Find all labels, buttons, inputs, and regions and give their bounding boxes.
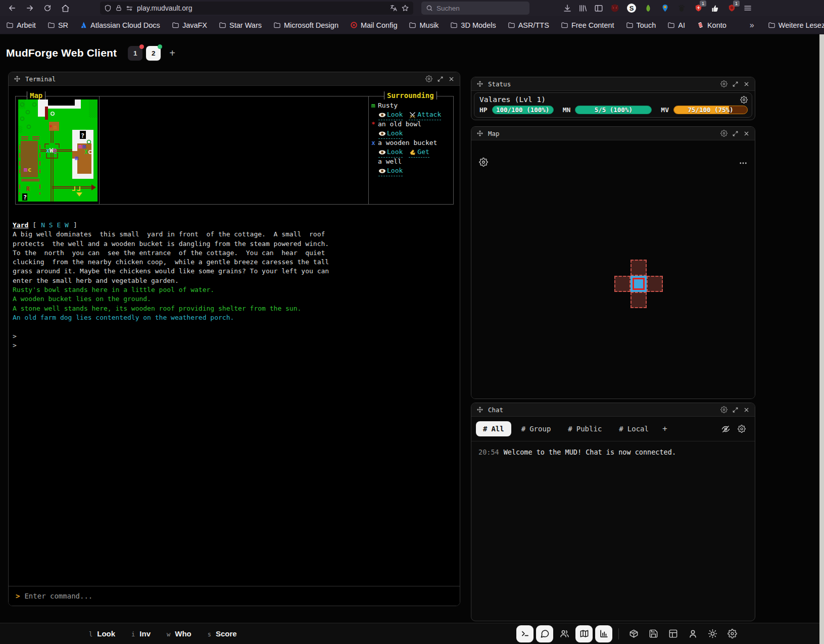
expand-icon[interactable] [732, 81, 739, 87]
sidebar-icon[interactable] [594, 4, 603, 13]
expand-icon[interactable] [437, 76, 444, 82]
theme-sun-icon[interactable] [704, 625, 721, 642]
close-icon[interactable] [743, 81, 750, 87]
map-panel-header[interactable]: Map [471, 127, 755, 140]
look-link[interactable]: Look [378, 129, 403, 139]
forward-button[interactable] [23, 2, 37, 14]
url-text[interactable]: play.mudvault.org [137, 4, 386, 12]
bookmark-folder[interactable]: JavaFX [172, 21, 207, 29]
users-toggle-icon[interactable] [556, 625, 573, 642]
chart-toggle-icon[interactable] [595, 625, 612, 642]
room-west[interactable] [614, 276, 631, 292]
session-tab-1[interactable]: 1 [128, 46, 142, 61]
bookmark-folder[interactable]: ASR/TTS [508, 21, 549, 29]
gear-icon[interactable] [740, 96, 748, 104]
look-link[interactable]: Look [378, 166, 403, 176]
chat-tab-group[interactable]: #Group [514, 421, 558, 436]
extension-blocker2-icon[interactable]: 1 [726, 3, 737, 13]
bookmark-folder[interactable]: Free Content [561, 21, 614, 29]
gear-icon[interactable] [720, 406, 728, 413]
reload-button[interactable] [40, 2, 55, 14]
user-icon[interactable] [684, 625, 701, 642]
map-settings-gear-icon[interactable] [479, 158, 488, 167]
settings-gear-icon[interactable] [723, 625, 741, 642]
extension-blocker-icon[interactable]: 1 [693, 3, 703, 13]
permissions-icon[interactable] [126, 5, 133, 12]
inv-shortcut[interactable]: iInv [131, 629, 151, 638]
extension-foot-icon[interactable] [676, 3, 687, 13]
eye-off-icon[interactable] [721, 425, 730, 433]
drag-handle-icon[interactable] [476, 130, 483, 137]
command-input[interactable] [24, 592, 453, 600]
browser-scrollbar[interactable] [819, 34, 824, 644]
extension-hand-icon[interactable] [710, 3, 720, 13]
bookmark-konto[interactable]: Konto [697, 21, 726, 29]
bookmark-folder[interactable]: AI [667, 21, 685, 29]
terminal-output[interactable]: Map Surrounding [9, 86, 460, 606]
extension-demon-icon[interactable] [610, 3, 620, 13]
map-toggle-icon[interactable] [575, 625, 593, 642]
chat-tab-all[interactable]: #All [476, 421, 511, 436]
close-icon[interactable] [743, 407, 750, 413]
look-shortcut[interactable]: lLook [89, 629, 115, 638]
home-button[interactable] [58, 2, 72, 14]
save-icon[interactable] [645, 625, 662, 642]
add-session-button[interactable]: + [169, 47, 175, 59]
bookmark-folder[interactable]: Microsoft Design [273, 21, 338, 29]
bookmarks-overflow-chevron[interactable]: » [750, 21, 754, 30]
room-current[interactable] [631, 276, 647, 292]
tracking-shield-icon[interactable] [104, 5, 112, 12]
map-canvas[interactable] [471, 140, 755, 399]
who-shortcut[interactable]: wWho [167, 629, 191, 638]
chat-tab-public[interactable]: #Public [561, 421, 609, 436]
library-icon[interactable] [578, 4, 588, 13]
url-bar[interactable]: play.mudvault.org [100, 2, 413, 15]
search-input[interactable] [437, 5, 512, 12]
session-tab-2[interactable]: 2 [146, 46, 161, 61]
room-south[interactable] [631, 292, 647, 308]
bookmark-folder[interactable]: Touch [626, 21, 656, 29]
score-shortcut[interactable]: sScore [208, 629, 237, 638]
status-panel-header[interactable]: Status [471, 77, 755, 91]
room-east[interactable] [647, 276, 663, 292]
search-bar[interactable] [421, 2, 529, 15]
bookmark-folder[interactable]: Musik [409, 21, 439, 29]
bookmark-folder[interactable]: 3D Models [450, 21, 496, 29]
add-chat-tab-button[interactable]: + [659, 424, 671, 434]
bookmark-mail-config[interactable]: Mail Config [350, 21, 398, 29]
terminal-panel-header[interactable]: Terminal [9, 72, 460, 86]
drag-handle-icon[interactable] [14, 75, 21, 82]
bookmark-folder[interactable]: Arbeit [6, 21, 36, 29]
get-link[interactable]: Get [409, 147, 429, 158]
menu-icon[interactable] [743, 4, 752, 13]
expand-icon[interactable] [732, 407, 739, 413]
bookmark-more-folder[interactable]: Weitere Lesezeichen [768, 21, 824, 29]
bookmark-star-icon[interactable] [401, 4, 409, 12]
lock-icon[interactable] [115, 5, 122, 12]
drag-handle-icon[interactable] [476, 80, 483, 87]
chat-tab-local[interactable]: #Local [612, 421, 656, 436]
extension-pin-icon[interactable] [660, 3, 670, 13]
room-north[interactable] [631, 260, 647, 276]
chat-messages[interactable]: 20:54Welcome to the MUD! Chat is now con… [471, 441, 755, 463]
gear-icon[interactable] [425, 75, 432, 82]
gear-icon[interactable] [720, 80, 728, 87]
bookmark-atlassian[interactable]: Atlassian Cloud Docs [80, 21, 160, 29]
terminal-toggle-icon[interactable] [516, 625, 534, 642]
look-link[interactable]: Look [378, 147, 403, 158]
look-link[interactable]: Look [378, 110, 403, 120]
downloads-icon[interactable] [563, 4, 572, 13]
gear-icon[interactable] [720, 130, 728, 137]
translate-icon[interactable] [390, 4, 398, 12]
expand-icon[interactable] [732, 130, 739, 137]
extension-s-icon[interactable]: S [626, 3, 637, 13]
bookmark-folder[interactable]: Star Wars [219, 21, 262, 29]
attack-link[interactable]: Attack [409, 110, 441, 120]
close-icon[interactable] [448, 76, 455, 82]
map-ellipsis-icon[interactable] [739, 159, 748, 168]
layout-icon[interactable] [664, 625, 682, 642]
close-icon[interactable] [743, 130, 750, 137]
drag-handle-icon[interactable] [476, 406, 483, 413]
gear-icon[interactable] [738, 425, 746, 433]
chat-panel-header[interactable]: Chat [471, 403, 755, 417]
